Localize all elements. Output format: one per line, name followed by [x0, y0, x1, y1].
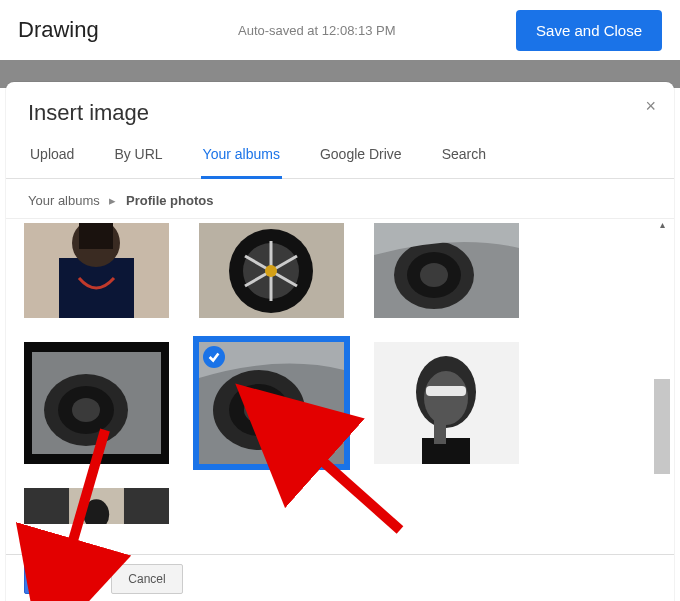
close-icon[interactable]: ×: [645, 96, 656, 117]
thumbnail-grid: [24, 219, 650, 601]
dialog-title: Insert image: [28, 100, 652, 126]
save-and-close-button[interactable]: Save and Close: [516, 10, 662, 51]
thumb-row: [24, 488, 650, 524]
breadcrumb-root[interactable]: Your albums: [28, 193, 100, 208]
tab-by-url[interactable]: By URL: [112, 134, 164, 178]
svg-rect-32: [434, 420, 446, 444]
selected-check-icon: [203, 346, 225, 368]
tab-bar: Upload By URL Your albums Google Drive S…: [6, 134, 674, 179]
scrollbar[interactable]: ▴: [654, 219, 670, 601]
thumb-row: [24, 223, 650, 318]
svg-rect-3: [79, 223, 113, 249]
svg-point-22: [72, 398, 100, 422]
tab-google-drive[interactable]: Google Drive: [318, 134, 404, 178]
thumbnail-area: ▴: [6, 218, 674, 601]
cancel-button[interactable]: Cancel: [111, 564, 182, 594]
thumb-car-headlight-3-selected[interactable]: [199, 342, 344, 464]
scroll-thumb[interactable]: [654, 379, 670, 474]
breadcrumb: Your albums ▸ Profile photos: [6, 179, 674, 218]
svg-point-26: [244, 397, 274, 423]
thumb-car-headlight-2[interactable]: [24, 342, 169, 464]
thumb-portrait-woman-glasses-bw[interactable]: [374, 342, 519, 464]
thumb-portrait-woman-necklace[interactable]: [24, 223, 169, 318]
breadcrumb-current: Profile photos: [126, 193, 213, 208]
thumb-row: [24, 342, 650, 464]
tab-search[interactable]: Search: [440, 134, 488, 178]
svg-rect-30: [426, 386, 466, 396]
svg-point-17: [420, 263, 448, 287]
breadcrumb-separator-icon: ▸: [103, 193, 122, 208]
svg-point-13: [265, 265, 277, 277]
dialog-footer: Select Cancel: [6, 555, 674, 601]
dialog-header: Insert image: [6, 82, 674, 134]
tab-upload[interactable]: Upload: [28, 134, 76, 178]
autosave-status: Auto-saved at 12:08:13 PM: [218, 23, 516, 38]
app-title: Drawing: [18, 17, 218, 43]
top-bar: Drawing Auto-saved at 12:08:13 PM Save a…: [0, 0, 680, 60]
svg-point-29: [424, 371, 468, 425]
select-button[interactable]: Select: [24, 564, 93, 594]
insert-image-dialog: × Insert image Upload By URL Your albums…: [6, 82, 674, 601]
tab-your-albums[interactable]: Your albums: [201, 134, 282, 179]
thumb-portrait-partial[interactable]: [24, 488, 169, 524]
thumb-car-wheel[interactable]: [199, 223, 344, 318]
thumb-car-headlight-1[interactable]: [374, 223, 519, 318]
